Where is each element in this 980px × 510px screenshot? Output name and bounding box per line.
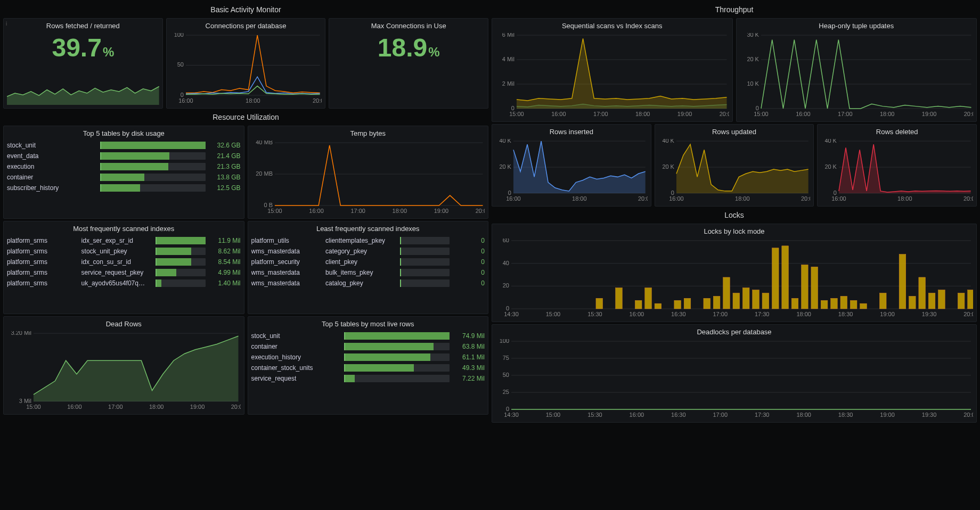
panel-seq-vs-idx[interactable]: Sequential scans vs Index scans 02 Mil4 … [492,18,733,122]
svg-text:20:00: 20:00 [963,195,973,202]
chart: 020 K40 K16:0018:0020:00 [495,139,648,203]
section-basic-activity: Basic Activity Monitor [3,3,488,16]
table: platform_utilsclienttemplates_pkey0wms_m… [251,236,485,288]
svg-text:20:00: 20:00 [963,311,973,317]
svg-text:20:00: 20:00 [231,404,241,410]
item-label: container [7,174,96,181]
svg-text:30 K: 30 K [747,33,759,38]
panel-top5-disk[interactable]: Top 5 tables by disk usage stock_unit32.… [3,126,244,219]
chart: 0 B20 MB40 MB15:0016:0017:0018:0019:0020… [251,141,485,215]
panel-rows-fetched[interactable]: i Rows fetched / returned 39.7 % [3,18,163,109]
value: 0 [454,269,485,276]
value: 12.5 GB [210,184,241,192]
panel-top5-live[interactable]: Top 5 tables by most live rows stock_uni… [248,316,489,415]
svg-rect-110 [655,303,662,309]
svg-text:15:30: 15:30 [587,412,602,418]
svg-text:18:00: 18:00 [735,195,749,202]
value: 8.54 Mil [210,258,241,266]
bar [100,163,206,170]
svg-text:14:30: 14:30 [504,412,519,418]
panel-deadlocks[interactable]: Deadlocks per database 025507510014:3015… [492,324,977,423]
table-row: platform_srmsservice_request_pkey4.99 Mi… [7,269,241,276]
value: 1.40 Mil [210,279,241,287]
info-icon[interactable]: i [6,21,7,27]
stat-value: 18.9 % [332,33,485,105]
svg-text:16:00: 16:00 [669,195,683,202]
schema-label: platform_utils [251,237,322,244]
item-label: execution [7,163,96,170]
svg-text:16:00: 16:00 [67,404,81,410]
svg-rect-135 [938,290,945,309]
panel-max-conn[interactable]: Max Connections in Use 18.9 % [329,18,488,109]
panel-rows-inserted[interactable]: Rows inserted 020 K40 K16:0018:0020:00 [492,124,651,207]
panel-title: Most frequently scanned indexes [7,225,241,233]
schema-label: platform_security [251,258,322,266]
value: 11.9 Mil [210,237,241,244]
svg-text:40: 40 [503,260,509,266]
section-locks: Locks [492,209,977,221]
svg-text:17:00: 17:00 [108,404,123,410]
table-row: platform_srmsidx_con_su_sr_id8.54 Mil [7,258,241,266]
svg-text:16:00: 16:00 [796,111,810,117]
svg-text:20: 20 [503,282,509,289]
svg-rect-127 [840,296,847,309]
svg-rect-114 [713,296,720,309]
panel-rows-updated[interactable]: Rows updated 020 K40 K16:0018:0020:00 [655,124,814,207]
svg-text:16:00: 16:00 [551,111,566,117]
svg-rect-119 [762,293,769,309]
panel-title: Rows inserted [495,128,648,136]
index-label: idx_ser_exp_sr_id [81,237,152,244]
section-resource-util: Resource Utilization [3,111,488,124]
value: 7.22 Mil [454,375,485,382]
svg-text:40 MB: 40 MB [256,141,273,145]
panel-temp-bytes[interactable]: Temp bytes 0 B20 MB40 MB15:0016:0017:001… [248,126,489,219]
svg-rect-113 [704,298,710,309]
svg-text:19:00: 19:00 [190,404,205,410]
panel-conn-per-db[interactable]: Connections per database 05010016:0018:0… [166,18,326,109]
svg-text:19:00: 19:00 [677,111,692,117]
panel-most-scanned[interactable]: Most frequently scanned indexes platform… [3,221,244,314]
table-row: platform_utilsclienttemplates_pkey0 [251,237,485,244]
panel-title: Top 5 tables by disk usage [7,129,241,137]
panel-locks-mode[interactable]: Locks by lock mode 020406014:3015:0015:3… [492,224,977,322]
value: 63.8 Mil [454,343,485,350]
panel-dead-rows[interactable]: Dead Rows 3 Mil3.20 Mil15:0016:0017:0018… [3,316,244,415]
value: 8.62 Mil [210,248,241,255]
svg-rect-118 [753,290,760,309]
table-row: platform_securityclient_pkey0 [251,258,485,266]
svg-text:16:00: 16:00 [309,208,323,214]
section-throughput: Throughput [492,3,977,16]
svg-rect-117 [742,288,749,309]
panel-title: Locks by lock mode [495,227,973,235]
panel-least-scanned[interactable]: Least frequently scanned indexes platfor… [248,221,489,314]
bar [100,152,206,160]
item-label: event_data [7,152,96,160]
svg-rect-137 [968,290,973,309]
svg-text:15:00: 15:00 [26,404,40,410]
index-label: bulk_items_pkey [325,269,396,276]
svg-text:20:00: 20:00 [638,195,648,202]
sparkline [7,85,159,105]
svg-text:6 Mil: 6 Mil [502,33,514,38]
table: stock_unit32.6 GBevent_data21.4 GBexecut… [7,141,241,193]
svg-rect-132 [909,296,916,309]
svg-text:16:00: 16:00 [178,97,193,104]
panel-heap-only[interactable]: Heap-only tuple updates 010 K20 K30 K15:… [736,18,977,122]
value: 0 [454,248,485,255]
svg-text:15:00: 15:00 [509,111,524,117]
svg-text:2 Mil: 2 Mil [502,80,514,87]
svg-rect-122 [791,298,798,309]
value: 0 [454,279,485,287]
panel-rows-deleted[interactable]: Rows deleted 020 K40 K16:0018:0020:00 [817,124,977,207]
svg-rect-112 [684,298,691,309]
svg-text:20:00: 20:00 [801,195,811,202]
value: 4.99 Mil [210,269,241,276]
svg-rect-125 [821,300,828,309]
svg-text:75: 75 [503,355,509,361]
value: 21.4 GB [210,152,241,160]
index-label: catalog_pkey [325,279,396,287]
table-row: service_request7.22 Mil [251,375,485,382]
item-label: subscriber_history [7,184,96,192]
svg-text:18:30: 18:30 [838,412,853,418]
panel-title: Top 5 tables by most live rows [251,320,485,328]
